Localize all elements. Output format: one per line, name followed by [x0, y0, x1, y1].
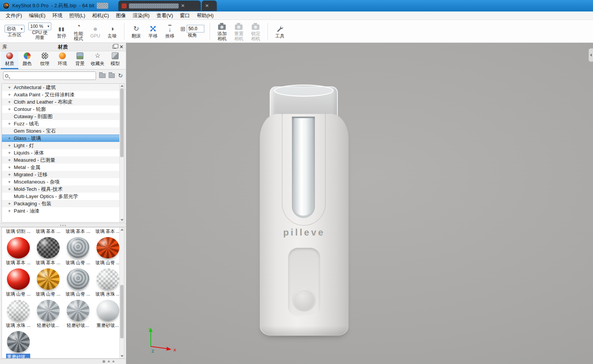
expand-icon[interactable]: +	[8, 107, 14, 112]
material-thumbnail[interactable]: 玻璃 山脊 ...	[63, 266, 93, 297]
tree-item-liquids[interactable]: + Liquids - 液体	[2, 149, 119, 156]
search-box[interactable]	[3, 72, 96, 80]
cpu-usage-dropdown[interactable]: 100 % ▾	[28, 23, 51, 30]
menu-file[interactable]: 文件(F)	[2, 11, 26, 20]
material-thumbnail[interactable]: 玻璃 山脊 ...	[33, 266, 63, 297]
tree-item-packaging[interactable]: + Packaging - 包装	[2, 200, 119, 207]
material-thumbnail-selected[interactable]: 重磨砂玻...	[3, 329, 33, 359]
scroll-down-icon[interactable]	[121, 355, 124, 357]
thumbnail-size-small-icon[interactable]	[112, 361, 114, 362]
thumbnail-label[interactable]: 玻璃 基本 ...	[93, 228, 122, 235]
add-camera-button[interactable]: 添加相机	[215, 21, 228, 41]
material-thumbnail[interactable]: 轻磨砂玻...	[63, 297, 93, 329]
lock-camera-button[interactable]: 锁定相机	[249, 21, 262, 41]
material-thumbnail[interactable]: 玻璃 山脊 ...	[63, 235, 93, 266]
reset-camera-button[interactable]: 重置相机	[232, 21, 245, 41]
expand-icon[interactable]: +	[8, 172, 14, 177]
scrollbar-thumb[interactable]	[120, 285, 124, 338]
tree-item-measured[interactable]: + Measured - 已测量	[2, 156, 119, 164]
material-thumbnail[interactable]: 轻磨砂玻...	[33, 297, 63, 329]
pan-button[interactable]: 平移	[147, 24, 160, 39]
pause-button[interactable]: ▮▮ 暂停	[55, 24, 68, 39]
performance-mode-button[interactable]: ◔ 性能模式	[72, 21, 85, 41]
expand-icon[interactable]: +	[8, 136, 14, 141]
tree-item-light[interactable]: + Light - 灯	[2, 142, 119, 149]
background-tab[interactable]: ✕	[119, 1, 200, 11]
refresh-icon[interactable]: ↻	[118, 72, 123, 79]
tree-item-axalta-paint[interactable]: + Axalta Paint - 艾仕得涂料漆	[2, 91, 119, 98]
close-panel-icon[interactable]: ✕	[119, 44, 124, 49]
undock-panel-icon[interactable]	[112, 45, 116, 49]
thumbnail-label[interactable]: 玻璃 基本 ...	[63, 228, 93, 235]
scroll-down-icon[interactable]	[121, 219, 124, 221]
side-panel-handle[interactable]	[588, 48, 593, 62]
tree-item-cutaway[interactable]: Cutaway - 剖面图	[2, 113, 119, 120]
material-thumbnail[interactable]: 玻璃 山脊 ...	[93, 235, 122, 266]
tab-textures[interactable]: 纹理	[36, 51, 54, 69]
search-input[interactable]	[8, 72, 94, 79]
tree-item-glass[interactable]: + Glass - 玻璃	[2, 135, 119, 142]
tree-item-gem-stones[interactable]: Gem Stones - 宝石	[2, 127, 119, 135]
panel-splitter[interactable]	[0, 223, 126, 227]
tree-item-architectural[interactable]: + Architectural - 建筑	[2, 84, 119, 91]
tree-item-paint[interactable]: + Paint - 油漆	[2, 207, 119, 214]
fov-input[interactable]	[187, 25, 204, 32]
thumbnail-size-large-icon[interactable]	[103, 360, 105, 363]
expand-icon[interactable]: +	[8, 121, 14, 127]
tree-item-miscellaneous[interactable]: + Miscellaneous - 杂项	[2, 178, 119, 185]
menu-view[interactable]: 查看(V)	[153, 11, 176, 20]
tab-materials[interactable]: 材质	[1, 51, 18, 69]
tab-close-icon[interactable]: ✕	[205, 3, 209, 8]
menu-edit[interactable]: 编辑(E)	[26, 11, 49, 20]
tab-environments[interactable]: 环境	[54, 51, 71, 69]
menu-image[interactable]: 图像	[112, 11, 129, 20]
material-thumbnail[interactable]: 玻璃 水珠 ...	[3, 297, 33, 329]
tree-scrollbar[interactable]	[119, 84, 124, 222]
render-viewport[interactable]: pilleve y x z	[126, 43, 593, 364]
expand-icon[interactable]: +	[8, 150, 14, 156]
expand-icon[interactable]: +	[8, 187, 14, 192]
add-folder-icon[interactable]	[109, 73, 115, 78]
tree-item-mold-tech[interactable]: + Mold-Tech - 模具-技术	[2, 185, 119, 193]
expand-icon[interactable]: +	[8, 165, 14, 170]
scroll-up-icon[interactable]	[121, 85, 124, 87]
expand-icon[interactable]: +	[8, 143, 14, 148]
material-thumbnail[interactable]: 重磨砂玻...	[93, 297, 122, 329]
thumbnail-size-medium-icon[interactable]	[108, 361, 110, 362]
menu-lighting[interactable]: 照明(L)	[66, 11, 89, 20]
scroll-up-icon[interactable]	[121, 229, 124, 231]
expand-icon[interactable]: +	[8, 208, 14, 214]
tumble-button[interactable]: ↻ 翻滚	[130, 24, 143, 39]
workspace-dropdown[interactable]: 启动 ▾	[5, 25, 24, 32]
tools-button[interactable]: 工具	[273, 24, 286, 39]
gpu-button[interactable]: ● GPU	[89, 24, 102, 39]
scrollbar-thumb[interactable]	[120, 88, 124, 157]
tab-close-icon[interactable]: ✕	[181, 3, 185, 8]
background-tab-2[interactable]: ✕	[202, 1, 217, 11]
menu-window[interactable]: 窗口	[176, 11, 193, 20]
menu-camera[interactable]: 相机(C)	[89, 11, 112, 20]
expand-icon[interactable]: +	[8, 158, 14, 163]
thumbnail-label[interactable]: 玻璃 切割 ...	[3, 228, 33, 235]
tab-favorites[interactable]: ☆ 收藏夹	[89, 51, 106, 69]
tab-models[interactable]: 模型	[106, 51, 124, 69]
thumbnails-scrollbar[interactable]	[119, 227, 124, 358]
tree-item-metal[interactable]: + Metal - 金属	[2, 164, 119, 171]
dolly-button[interactable]: ↓ 推移	[163, 24, 176, 39]
material-thumbnail[interactable]: 玻璃 基本 ...	[33, 235, 63, 266]
expand-icon[interactable]: +	[8, 99, 14, 105]
menu-environment[interactable]: 环境	[49, 11, 66, 20]
material-thumbnail[interactable]: 玻璃 水珠 ...	[93, 266, 122, 297]
expand-icon[interactable]: +	[8, 85, 14, 90]
tab-colors[interactable]: 颜色	[18, 51, 36, 69]
thumbnail-label[interactable]: 玻璃 基本 ...	[33, 228, 63, 235]
tab-backplates[interactable]: 背景	[71, 51, 89, 69]
tree-item-contour[interactable]: + Contour - 轮廓	[2, 106, 119, 113]
tree-item-migrated[interactable]: + Migrated - 迁移	[2, 171, 119, 178]
material-thumbnail[interactable]: 玻璃 基本 ...	[3, 235, 33, 266]
tree-item-fuzz[interactable]: + Fuzz - 绒毛	[2, 120, 119, 127]
menu-help[interactable]: 帮助(H)	[193, 11, 217, 20]
tree-item-multi-layer-optics[interactable]: Multi-Layer Optics - 多层光学	[2, 193, 119, 200]
material-thumbnail[interactable]: 玻璃 山脊 ...	[3, 266, 33, 297]
menu-render[interactable]: 渲染(R)	[129, 11, 153, 20]
